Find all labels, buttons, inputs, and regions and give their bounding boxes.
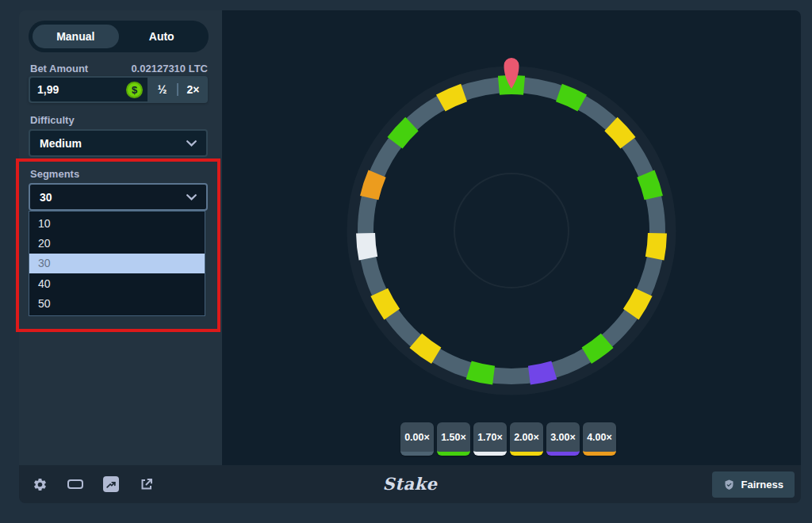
- segments-option-10[interactable]: 10: [29, 213, 205, 233]
- legend-chip-1.70: 1.70×: [473, 422, 507, 456]
- wheel-segment-22-1.70: [366, 233, 368, 258]
- fairness-button[interactable]: Fairness: [712, 471, 795, 498]
- wheel-segment-12-1.50: [587, 341, 607, 356]
- chevron-down-icon: [186, 140, 197, 147]
- segments-option-20[interactable]: 20: [29, 233, 205, 253]
- wheel: [329, 48, 694, 413]
- tab-auto[interactable]: Auto: [119, 25, 205, 48]
- legend-chip-0.00: 0.00×: [400, 422, 434, 456]
- wheel-segment-2-1.50: [559, 93, 582, 103]
- tab-manual[interactable]: Manual: [33, 25, 119, 48]
- dollar-coin-icon: $: [126, 82, 143, 98]
- fairness-label: Fairness: [741, 479, 783, 491]
- bet-amount-input-group: 1,99 $ ½ 2×: [29, 76, 208, 103]
- settings-gear-icon[interactable]: [32, 476, 48, 492]
- game-card: Manual Auto Bet Amount 0.02127310 LTC 1,…: [19, 10, 801, 503]
- chevron-down-icon: [186, 194, 197, 200]
- wheel-segment-4-2.00: [611, 124, 627, 143]
- multiplier-legend: 0.00×1.50×1.70×2.00×3.00×4.00×: [400, 422, 616, 456]
- wheel-segment-18-2.00: [416, 341, 436, 356]
- bet-mode-toggle: Manual Auto: [29, 21, 209, 52]
- segments-option-50[interactable]: 50: [29, 294, 205, 314]
- wheel-inner-circle: [454, 174, 569, 288]
- footer-bar: Stake Fairness: [19, 465, 801, 503]
- half-bet-button[interactable]: ½: [147, 76, 177, 103]
- wheel-segment-10-2.00: [631, 292, 644, 315]
- legend-chip-4.00: 4.00×: [583, 422, 616, 456]
- wheel-segment-24-4.00: [370, 174, 377, 198]
- segments-selected-value: 30: [40, 191, 52, 204]
- segments-select[interactable]: 30: [29, 183, 208, 211]
- segments-option-30[interactable]: 30: [29, 254, 205, 273]
- live-stats-icon[interactable]: [103, 476, 119, 492]
- wheel-svg: [329, 48, 694, 413]
- bet-amount-label: Bet Amount: [30, 63, 88, 74]
- legend-chip-3.00: 3.00×: [546, 422, 580, 456]
- difficulty-selected-value: Medium: [40, 137, 82, 150]
- bet-amount-value[interactable]: 1,99: [37, 83, 126, 96]
- wheel-segment-6-1.50: [645, 174, 653, 198]
- bet-sidebar: Manual Auto Bet Amount 0.02127310 LTC 1,…: [19, 10, 222, 465]
- game-area: 0.00×1.50×1.70×2.00×3.00×4.00×: [222, 10, 801, 465]
- segments-options-list: 1020304050: [29, 211, 205, 316]
- wheel-outer-halo: [354, 73, 669, 388]
- wheel-segment-14-3.00: [529, 370, 553, 376]
- stake-logo[interactable]: Stake: [383, 474, 438, 494]
- double-bet-button[interactable]: 2×: [178, 76, 208, 103]
- segments-option-40[interactable]: 40: [29, 273, 205, 293]
- wheel-segment-8-2.00: [655, 233, 657, 258]
- bet-balance-value: 0.02127310 LTC: [131, 63, 208, 74]
- footer-icons: [32, 465, 155, 503]
- bet-amount-field[interactable]: 1,99 $: [30, 78, 147, 101]
- legend-chip-1.50: 1.50×: [437, 422, 470, 456]
- wheel-segment-28-2.00: [441, 93, 464, 103]
- wheel-segment-26-1.50: [395, 124, 412, 143]
- wheel-segment-16-1.50: [469, 370, 493, 376]
- difficulty-select[interactable]: Medium: [29, 129, 208, 157]
- difficulty-label: Difficulty: [30, 114, 75, 126]
- wheel-segment-20-2.00: [379, 292, 392, 315]
- bet-amount-row: Bet Amount 0.02127310 LTC: [30, 63, 208, 74]
- hotkeys-icon[interactable]: [67, 476, 83, 492]
- segments-label: Segments: [30, 168, 79, 180]
- legend-chip-2.00: 2.00×: [510, 422, 543, 456]
- shield-check-icon: [723, 479, 735, 491]
- theatre-expand-icon[interactable]: [139, 476, 155, 492]
